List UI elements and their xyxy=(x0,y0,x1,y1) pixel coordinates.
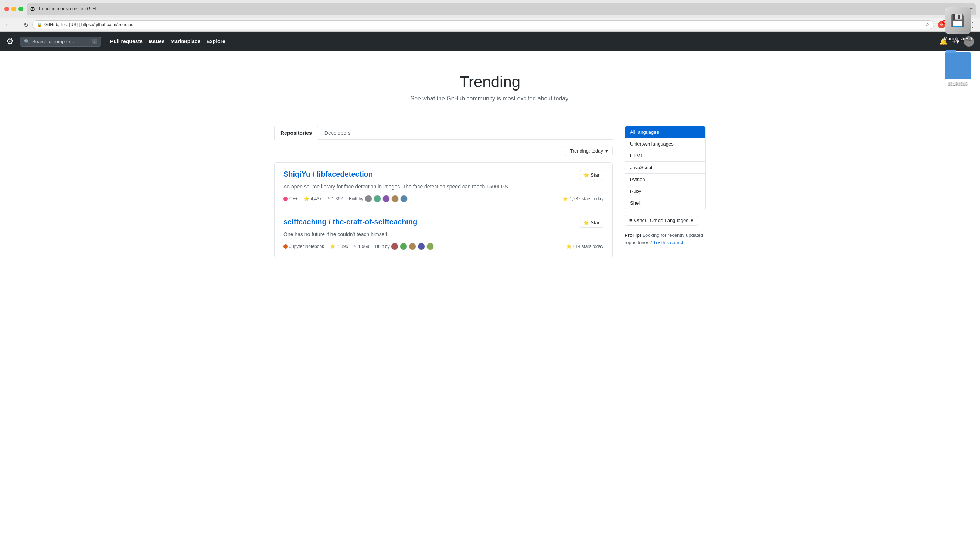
language-color-dot xyxy=(283,244,288,249)
desktop-icon-folder[interactable]: 20190316 xyxy=(945,52,971,86)
protip-section: ProTip! Looking for recently updated rep… xyxy=(625,232,706,246)
language-filter-all[interactable]: All languages xyxy=(625,126,705,138)
star-icon: ⭐ xyxy=(583,172,589,178)
github-navbar: ⚙ 🔍 Search or jump to... / Pull requests… xyxy=(0,32,980,51)
language-label: C++ xyxy=(283,196,298,202)
trending-filter[interactable]: Trending: today ▾ xyxy=(565,146,612,156)
traffic-lights xyxy=(5,6,23,11)
other-languages-label: Other: Languages xyxy=(650,217,689,223)
star-button[interactable]: ⭐ Star xyxy=(579,170,603,180)
repo-description: An open source library for face detectio… xyxy=(283,183,603,191)
forward-button[interactable]: → xyxy=(14,21,20,28)
stars-today: ⭐ 1,237 stars today xyxy=(562,196,603,202)
search-bar[interactable]: 🔍 Search or jump to... / xyxy=(20,37,101,46)
tab-title[interactable]: Trending repositories on GitH... xyxy=(38,6,957,11)
tab-developers[interactable]: Developers xyxy=(318,126,357,140)
contributor-avatar-5 xyxy=(426,243,434,250)
github-logo[interactable]: ⚙ xyxy=(6,36,14,46)
language-filter-python[interactable]: Python xyxy=(625,174,705,186)
main-content: Trending See what the GitHub community i… xyxy=(0,51,980,535)
repo-link[interactable]: selfteaching / the-craft-of-selfteaching xyxy=(283,217,417,226)
search-kbd: / xyxy=(92,39,97,44)
content-area: Repositories Developers Trending: today … xyxy=(268,117,712,267)
filter-label: Trending: today xyxy=(570,148,603,154)
language-filter-ruby[interactable]: Ruby xyxy=(625,186,705,197)
contributor-avatar-1 xyxy=(365,195,372,202)
tab-repositories[interactable]: Repositories xyxy=(274,126,318,140)
language-filter-shell[interactable]: Shell xyxy=(625,197,705,209)
table-row: selfteaching / the-craft-of-selfteaching… xyxy=(275,210,612,257)
chevron-down-icon: ▾ xyxy=(690,217,693,223)
repo-owner: ShiqiYu xyxy=(283,170,310,178)
nav-pull-requests[interactable]: Pull requests xyxy=(110,38,143,44)
contributor-avatar-4 xyxy=(391,195,399,202)
desktop-area: 💾 Macintosh HD 20190316 xyxy=(935,0,980,535)
protip-link[interactable]: Try this search xyxy=(653,240,685,245)
built-by: Built by xyxy=(375,243,434,250)
browser-chrome: ⚙ Trending repositories on GitH... ✕ + xyxy=(0,0,980,18)
language-name: C++ xyxy=(290,196,298,202)
table-row: ShiqiYu / libfacedetection ⭐ Star An ope… xyxy=(275,163,612,210)
other-languages-button[interactable]: ≡ Other: Other: Languages ▾ xyxy=(625,215,698,226)
bookmark-icon[interactable]: ☆ xyxy=(925,22,929,27)
back-button[interactable]: ← xyxy=(5,21,10,28)
star-count-icon: ⭐ xyxy=(330,244,336,249)
url-display: GitHub, Inc. [US] | https://github.com/t… xyxy=(45,22,923,27)
hero-section: Trending See what the GitHub community i… xyxy=(0,51,980,117)
protip-label: ProTip! xyxy=(625,232,641,238)
stars-today-count: 1,237 stars today xyxy=(570,196,603,202)
stars-stat: ⭐ 4,437 xyxy=(304,196,322,202)
list-icon: ≡ xyxy=(629,217,632,223)
address-bar-row: ← → ↻ 🔒 GitHub, Inc. [US] | https://gith… xyxy=(0,18,980,32)
search-icon: 🔍 xyxy=(24,39,30,44)
forks-stat: ⑂ 1,362 xyxy=(328,196,343,202)
nav-explore[interactable]: Explore xyxy=(206,38,225,44)
star-count: 4,437 xyxy=(311,196,322,202)
contributor-avatar-5 xyxy=(400,195,407,202)
stars-today-icon: ⭐ xyxy=(566,244,572,249)
language-filter-unknown[interactable]: Unknown languages xyxy=(625,138,705,150)
contributor-avatar-4 xyxy=(418,243,425,250)
repo-name-bold: libfacedetection xyxy=(317,170,373,178)
language-list: All languages Unknown languages HTML Jav… xyxy=(625,126,706,209)
fork-icon: ⑂ xyxy=(354,244,356,249)
star-count-icon: ⭐ xyxy=(304,196,309,202)
contributor-avatar-3 xyxy=(409,243,416,250)
maximize-button[interactable] xyxy=(19,6,23,11)
refresh-button[interactable]: ↻ xyxy=(24,21,29,29)
contributor-avatar-2 xyxy=(400,243,407,250)
repo-meta: C++ ⭐ 4,437 ⑂ 1,362 Built by xyxy=(283,195,603,202)
main-nav: Pull requests Issues Marketplace Explore xyxy=(110,38,226,44)
star-button[interactable]: ⭐ Star xyxy=(579,217,603,228)
address-bar[interactable]: 🔒 GitHub, Inc. [US] | https://github.com… xyxy=(32,20,934,29)
hd-label: Macintosh HD xyxy=(944,36,972,41)
minimize-button[interactable] xyxy=(11,6,16,11)
close-button[interactable] xyxy=(5,6,9,11)
star-label: Star xyxy=(590,172,600,178)
hd-icon: 💾 xyxy=(945,7,971,34)
repo-header: ShiqiYu / libfacedetection ⭐ Star xyxy=(283,170,603,180)
folder-icon xyxy=(945,52,971,79)
fork-count: 1,969 xyxy=(358,244,369,249)
contributor-avatar-1 xyxy=(391,243,398,250)
sidebar: All languages Unknown languages HTML Jav… xyxy=(625,126,706,258)
desktop-icon-hd[interactable]: 💾 Macintosh HD xyxy=(944,7,972,41)
filter-chevron-icon: ▾ xyxy=(605,148,608,154)
folder-label: 20190316 xyxy=(948,81,967,86)
contributor-avatar-2 xyxy=(374,195,381,202)
nav-marketplace[interactable]: Marketplace xyxy=(171,38,200,44)
search-placeholder: Search or jump to... xyxy=(32,39,74,44)
built-by: Built by xyxy=(349,195,407,202)
language-color-dot xyxy=(283,197,288,201)
stars-today-icon: ⭐ xyxy=(562,196,568,202)
language-filter-javascript[interactable]: JavaScript xyxy=(625,162,705,174)
repo-link[interactable]: ShiqiYu / libfacedetection xyxy=(283,170,373,178)
stars-today-count: 614 stars today xyxy=(573,244,603,249)
nav-issues[interactable]: Issues xyxy=(148,38,165,44)
fork-count: 1,362 xyxy=(332,196,343,202)
contributor-avatar-3 xyxy=(382,195,390,202)
lock-icon: 🔒 xyxy=(37,22,42,27)
repo-name-bold: the-craft-of-selfteaching xyxy=(332,217,417,226)
tab-bar: ⚙ Trending repositories on GitH... ✕ + xyxy=(27,3,975,15)
language-filter-html[interactable]: HTML xyxy=(625,150,705,162)
